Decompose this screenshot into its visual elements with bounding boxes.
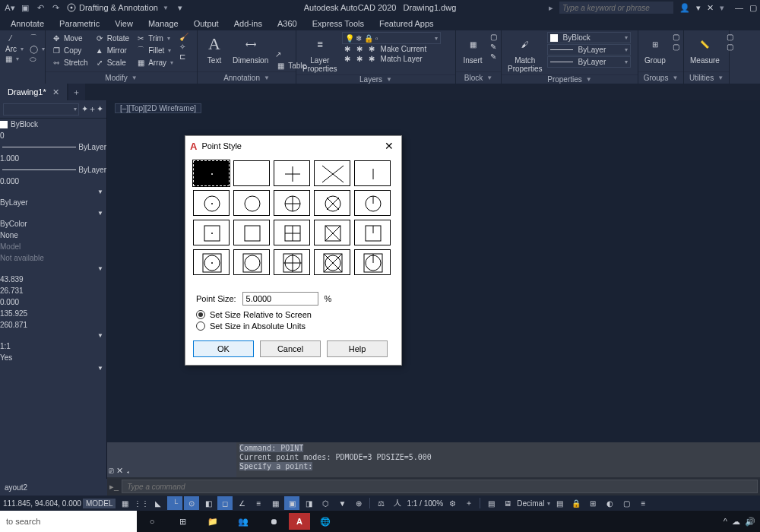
tab-annotate[interactable]: Annotate xyxy=(3,17,52,30)
prop-row[interactable]: 0.000 xyxy=(0,176,106,187)
array-button[interactable]: ▦Array▾ xyxy=(133,56,176,68)
create-block-icon[interactable]: ▢ xyxy=(488,32,499,42)
file-tab-active[interactable]: Drawing1*✕ xyxy=(0,84,67,100)
section-toggle[interactable]: ▼ xyxy=(0,187,106,197)
pstyle-97[interactable] xyxy=(233,249,270,275)
copy-button[interactable]: ❐Copy xyxy=(49,44,90,56)
lweight-icon[interactable]: ≡ xyxy=(251,496,266,510)
prop-row[interactable]: 1:1 xyxy=(0,340,106,352)
windows-search-input[interactable] xyxy=(0,511,137,532)
snap-icon[interactable]: ⋮⋮ xyxy=(134,496,149,510)
pstyle-64[interactable] xyxy=(193,220,230,245)
linetype-dropdown[interactable]: ByLayer▾ xyxy=(547,56,631,68)
prop-row[interactable]: Model xyxy=(0,241,106,252)
layer-tool4-icon[interactable]: ✱ xyxy=(342,54,353,64)
custom-icon[interactable]: ≡ xyxy=(635,496,651,510)
erase-icon[interactable]: 🧹 xyxy=(177,32,191,42)
command-input[interactable] xyxy=(122,480,758,493)
exchange-icon[interactable]: ✕ xyxy=(707,3,714,13)
rotate-button[interactable]: ⟳Rotate xyxy=(92,32,131,44)
fillet-button[interactable]: ⌒Fillet▾ xyxy=(133,44,176,56)
pstyle-100[interactable] xyxy=(354,249,391,275)
help-icon[interactable]: ▾ xyxy=(720,3,724,13)
panel-title-properties[interactable]: Properties▼ xyxy=(502,74,638,84)
tab-addins[interactable]: Add-ins xyxy=(226,17,270,30)
qat-overflow-icon[interactable]: ▾ xyxy=(173,2,187,14)
ellipse-icon[interactable]: ⬭ xyxy=(27,54,47,65)
prop-row[interactable]: None xyxy=(0,230,106,241)
grid-icon[interactable]: ▦ xyxy=(117,496,132,510)
circle-icon[interactable]: ◯▾ xyxy=(27,44,47,54)
obs-icon[interactable]: ⏺ xyxy=(258,511,289,532)
workspace-switcher[interactable]: Drafting & Annotation ▼ xyxy=(67,3,169,12)
prop-row[interactable]: Yes xyxy=(0,352,106,363)
sel-filter-icon[interactable]: ▼ xyxy=(334,496,350,510)
close-icon[interactable]: ✕ xyxy=(382,140,397,152)
cycle-icon[interactable]: ▣ xyxy=(284,496,299,510)
infer-icon[interactable]: ◣ xyxy=(150,496,166,510)
relative-radio[interactable]: Set Size Relative to Screen xyxy=(196,310,391,319)
quickprops-icon[interactable]: ▤ xyxy=(552,496,567,510)
help-button[interactable]: Help xyxy=(327,340,388,357)
palette-tool2-icon[interactable]: ＋ xyxy=(88,103,97,115)
autocad-taskbar-icon[interactable]: A xyxy=(289,513,310,530)
pstyle-3[interactable] xyxy=(314,160,350,186)
mirror-button[interactable]: ▲Mirror xyxy=(92,44,131,56)
prop-row[interactable]: 26.731 xyxy=(0,285,106,296)
layer-tool2-icon[interactable]: ✱ xyxy=(354,44,365,54)
arc-button[interactable]: Arc▾ xyxy=(3,44,26,54)
teams-icon[interactable]: 👥 xyxy=(228,511,258,532)
tab-express[interactable]: Express Tools xyxy=(305,17,372,30)
iso-icon[interactable]: ◧ xyxy=(201,496,216,510)
search-caret-icon[interactable]: ▸ xyxy=(549,3,553,13)
new-tab-button[interactable]: ＋ xyxy=(68,84,85,100)
scale-button[interactable]: ⤢Scale xyxy=(92,56,131,68)
pstyle-98[interactable] xyxy=(274,249,310,275)
cloud-icon[interactable]: ☁ xyxy=(732,517,740,527)
cmd-close-icon[interactable]: ⎚ ✕ ◂ xyxy=(109,466,131,476)
panel-title-modify[interactable]: Modify▼ xyxy=(46,71,197,84)
text-button[interactable]: AText xyxy=(201,32,228,71)
scale-label[interactable]: 1:1 / 100% xyxy=(407,499,443,508)
palette-tool-icon[interactable]: ✦ xyxy=(81,104,88,114)
util2-icon[interactable]: ▢ xyxy=(724,42,736,52)
util1-icon[interactable]: ▢ xyxy=(724,32,736,42)
undo-icon[interactable]: ↶ xyxy=(33,2,47,14)
pstyle-33[interactable] xyxy=(233,190,270,216)
iso2-icon[interactable]: ◐ xyxy=(602,496,617,510)
dyn-ucs-icon[interactable]: ⬡ xyxy=(318,496,333,510)
layout-tab[interactable]: ayout2 xyxy=(0,479,107,496)
tab-manage[interactable]: Manage xyxy=(141,17,186,30)
edit-block-icon[interactable]: ✎ xyxy=(488,42,499,52)
match-layer-button[interactable]: Match Layer xyxy=(378,54,425,64)
section-toggle[interactable]: ▼ xyxy=(0,331,106,340)
panel-title-layers[interactable]: Layers▼ xyxy=(296,74,455,84)
a360-icon[interactable]: ▾ xyxy=(696,3,701,13)
units-dropdown[interactable]: Decimal xyxy=(517,499,544,508)
absolute-radio[interactable]: Set Size in Absolute Units xyxy=(196,321,391,331)
hw-icon[interactable]: ⊞ xyxy=(585,496,600,510)
annoscale-icon[interactable]: ⚖ xyxy=(373,496,388,510)
prop-row[interactable]: 43.839 xyxy=(0,274,106,285)
color-dropdown[interactable]: ByBlock▾ xyxy=(547,32,631,43)
tab-view[interactable]: View xyxy=(107,17,141,30)
make-current-button[interactable]: Make Current xyxy=(378,44,429,54)
section-toggle[interactable]: ▼ xyxy=(0,264,106,274)
pstyle-32[interactable] xyxy=(193,190,230,216)
signin-icon[interactable]: 👤 xyxy=(679,3,690,13)
ws-icon[interactable]: ▤ xyxy=(483,496,499,510)
tab-a360[interactable]: A360 xyxy=(270,17,305,30)
pstyle-99[interactable] xyxy=(314,249,350,275)
polyline-icon[interactable]: ⌒ xyxy=(27,32,47,44)
cancel-button[interactable]: Cancel xyxy=(260,340,321,357)
annovis-icon[interactable]: 人 xyxy=(390,496,405,510)
pstyle-36[interactable] xyxy=(354,190,391,216)
prop-row[interactable]: 135.925 xyxy=(0,308,106,319)
layer-properties-button[interactable]: ≣Layer Properties xyxy=(299,32,340,74)
redo-icon[interactable]: ↷ xyxy=(49,2,62,14)
prop-row[interactable]: ByBlock xyxy=(0,119,106,130)
group-button[interactable]: ⊞Group xyxy=(641,32,669,71)
section-toggle[interactable]: ▼ xyxy=(0,363,106,373)
line-button[interactable]: ∕ xyxy=(3,32,26,44)
tab-parametric[interactable]: Parametric xyxy=(52,17,107,30)
